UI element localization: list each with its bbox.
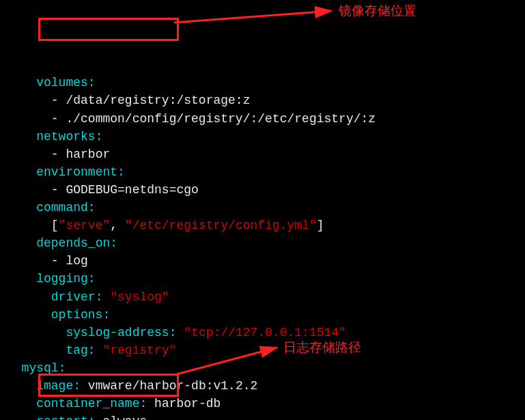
- volume-registry-path: /data/registry:/storage:z: [66, 94, 250, 107]
- key-image: image: [36, 379, 73, 393]
- highlight-box-registry: [38, 18, 179, 41]
- key-options: options: [51, 308, 103, 322]
- key-syslog-address: syslog-address: [66, 326, 169, 339]
- restart-value: always: [102, 415, 147, 420]
- key-restart: restart: [36, 415, 88, 420]
- depends-value: log: [66, 254, 87, 268]
- arrow-1: [171, 4, 341, 28]
- key-command: command: [36, 201, 88, 214]
- key-mysql: mysql: [22, 361, 59, 375]
- syslog-address-value: "tcp://127.0.0.1:1514": [184, 326, 346, 339]
- key-driver: driver: [51, 290, 96, 304]
- key-environment: environment: [36, 165, 117, 179]
- key-depends-on: depends_on: [36, 236, 110, 250]
- annotation-log-storage: 日志存储路径: [283, 338, 361, 357]
- annotation-image-storage: 镜像存储位置: [339, 1, 416, 20]
- network-value: harbor: [66, 148, 110, 161]
- container-name-value: harbor-db: [154, 397, 221, 410]
- key-networks: networks: [36, 130, 95, 143]
- key-tag: tag: [66, 344, 87, 357]
- image-value: vmware/harbor-db:v1.2.2: [88, 379, 257, 393]
- tag-value: "registry": [102, 344, 176, 357]
- svg-line-0: [174, 11, 331, 23]
- cmd-serve: "serve": [59, 219, 111, 232]
- code-block: volumes: - /data/registry:/storage:z - .…: [7, 74, 518, 420]
- key-volumes: volumes: [36, 76, 88, 89]
- key-container-name: container_name: [36, 397, 139, 410]
- env-value: GODEBUG=netdns=cgo: [66, 183, 198, 197]
- volume-config-path: ./common/config/registry/:/etc/registry/…: [66, 112, 375, 126]
- driver-value: "syslog": [110, 290, 169, 304]
- key-logging: logging: [36, 272, 88, 285]
- cmd-config: "/etc/registry/config.yml": [125, 219, 317, 232]
